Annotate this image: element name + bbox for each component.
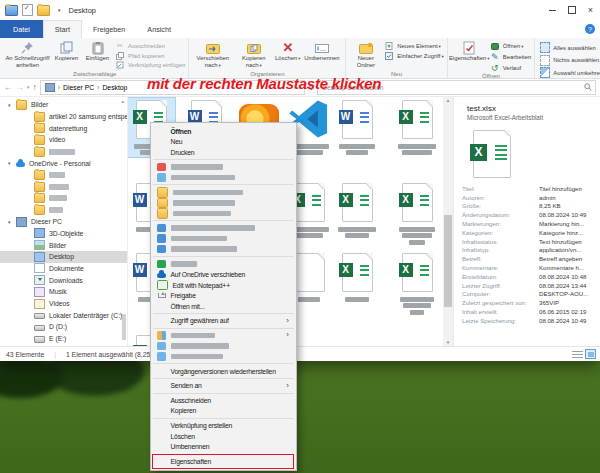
- sidebar-item-artikel-20-samsung-entsperrmus[interactable]: artikel 20 samsung entsperrmus: [0, 111, 127, 123]
- edit-button[interactable]: ✎ Bearbeiten: [490, 52, 532, 62]
- list-view-icon[interactable]: [572, 350, 583, 360]
- context-menu-item-redacted[interactable]: [151, 162, 296, 173]
- sidebar-item-dokumente[interactable]: Dokumente: [0, 263, 127, 275]
- context-menu-item-redacted[interactable]: [151, 223, 296, 234]
- scroll-down-icon[interactable]: ▼: [443, 340, 453, 345]
- context-menu-item-vorgängerversionen-wiederherstellen[interactable]: Vorgängerversionen wiederherstellen: [151, 366, 296, 377]
- rename-button[interactable]: Umbenennen: [301, 39, 342, 62]
- sidebar-item-musik[interactable]: Musik: [0, 286, 127, 298]
- context-menu-item-drucken[interactable]: Drucken: [151, 147, 296, 158]
- select-none-button[interactable]: Nichts auswählen: [540, 55, 600, 66]
- file-excel[interactable]: X: [333, 251, 381, 303]
- new-item-button[interactable]: Neues Element▾: [384, 42, 443, 50]
- context-menu-item-senden-an[interactable]: Senden an›: [151, 380, 296, 391]
- tab-file[interactable]: Datei: [0, 20, 43, 38]
- context-menu-item-redacted[interactable]: [151, 208, 296, 219]
- file-excel[interactable]: X: [393, 181, 441, 246]
- context-menu-item-verknüpfung-erstellen[interactable]: Verknüpfung erstellen: [151, 420, 296, 431]
- copy-to-button[interactable]: Kopieren nach▾: [233, 39, 274, 68]
- context-menu-item-auf-onedrive-verschieben[interactable]: Auf OneDrive verschieben: [151, 269, 296, 280]
- context-menu-item-neu[interactable]: Neu: [151, 137, 296, 148]
- context-menu-item-kopieren[interactable]: Kopieren: [151, 406, 296, 417]
- context-menu-item-eigenschaften[interactable]: Eigenschaften: [151, 456, 296, 467]
- context-menu-item-ausschneiden[interactable]: Ausschneiden: [151, 395, 296, 406]
- recent-locations-icon[interactable]: ▾: [27, 85, 30, 90]
- context-menu-item-freigabe[interactable]: Freigabe: [151, 290, 296, 301]
- context-menu-item-redacted[interactable]: [151, 172, 296, 183]
- move-to-button[interactable]: Verschieben nach▾: [192, 39, 233, 68]
- context-menu-item-redacted[interactable]: [151, 351, 296, 362]
- file-excel[interactable]: X: [393, 98, 441, 157]
- breadcrumb-current[interactable]: Desktop: [102, 84, 127, 91]
- context-menu-item-redacted[interactable]: [151, 233, 296, 244]
- context-menu-item-umbenennen[interactable]: Umbenennen: [151, 441, 296, 452]
- pin-to-quick-access-button[interactable]: An Schnellzugriff anheften: [4, 39, 51, 68]
- context-menu-item-redacted[interactable]: [151, 341, 296, 352]
- context-menu-item-redacted[interactable]: ›: [151, 330, 296, 341]
- close-button[interactable]: ×: [581, 0, 600, 20]
- context-menu-item-öffnen[interactable]: Öffnen: [151, 126, 296, 137]
- tab-share[interactable]: Freigeben: [82, 20, 136, 38]
- sidebar-scrollbar-thumb[interactable]: [122, 314, 126, 340]
- sidebar-item-datenrettung[interactable]: datenrettung: [0, 122, 127, 134]
- minimize-button[interactable]: [543, 0, 562, 20]
- new-folder-qat-icon[interactable]: [37, 5, 50, 16]
- context-menu-item-löschen[interactable]: Löschen: [151, 431, 296, 442]
- up-button[interactable]: ↑: [33, 83, 37, 92]
- qat-dropdown-icon[interactable]: ▾: [58, 7, 61, 13]
- context-menu-item-redacted[interactable]: [151, 187, 296, 198]
- forward-button[interactable]: →: [16, 83, 25, 92]
- paste-button[interactable]: Einfügen: [82, 39, 113, 62]
- help-icon[interactable]: ?: [585, 24, 595, 34]
- sidebar-item-bilder[interactable]: Bilder: [0, 239, 127, 251]
- file-word[interactable]: W: [333, 98, 381, 157]
- scrollbar-thumb[interactable]: [444, 215, 452, 307]
- history-button[interactable]: ↺ Verlauf: [490, 63, 532, 73]
- context-menu-item-redacted[interactable]: [151, 259, 296, 270]
- properties-button[interactable]: Eigenschaften▾: [451, 39, 488, 62]
- sidebar-item-dieser-pc[interactable]: ▾Dieser PC: [0, 216, 127, 228]
- file-excel[interactable]: X: [333, 181, 381, 240]
- paste-shortcut-button[interactable]: Verknüpfung einfügen: [115, 61, 185, 69]
- sidebar-item-onedrive-personal[interactable]: ▾OneDrive - Personal: [0, 157, 127, 169]
- sidebar-item-redacted[interactable]: [0, 181, 127, 193]
- context-menu-item-redacted[interactable]: [151, 198, 296, 209]
- context-menu-item-redacted[interactable]: [151, 244, 296, 255]
- select-all-button[interactable]: Alles auswählen: [540, 42, 600, 53]
- sidebar-item-lokaler-datenträger-c[interactable]: Lokaler Datenträger (C:): [0, 309, 127, 321]
- tab-start[interactable]: Start: [43, 20, 82, 38]
- scroll-up-icon[interactable]: ▲: [443, 98, 453, 103]
- context-menu-item-edit-with-notepad++[interactable]: Edit with Notepad++: [151, 280, 296, 291]
- maximize-button[interactable]: [562, 0, 581, 20]
- sidebar-item-downloads[interactable]: Downloads: [0, 274, 127, 286]
- sidebar-item-redacted[interactable]: [0, 204, 127, 216]
- properties-qat-icon[interactable]: [22, 4, 33, 16]
- new-folder-button[interactable]: Neuer Ordner: [349, 39, 382, 68]
- sidebar-item-bilder[interactable]: ▾Bilder: [0, 99, 127, 111]
- thumbnail-view-icon[interactable]: [585, 349, 596, 359]
- context-menu-item-zugriff-gewähren-auf[interactable]: Zugriff gewähren auf›: [151, 316, 296, 327]
- copy-path-button[interactable]: Pfad kopieren: [115, 52, 185, 60]
- copy-button[interactable]: Kopieren: [51, 39, 82, 62]
- open-button[interactable]: Öffnen▾: [490, 42, 532, 50]
- breadcrumb-root[interactable]: Dieser PC: [63, 84, 94, 91]
- context-menu-item-öffnen-mit[interactable]: Öffnen mit...: [151, 301, 296, 312]
- sidebar-item-video[interactable]: video: [0, 134, 127, 146]
- back-button[interactable]: ←: [4, 83, 13, 92]
- sidebar-item-d-d[interactable]: D (D:): [0, 321, 127, 333]
- delete-button[interactable]: ✕ Löschen▾: [274, 39, 301, 62]
- sidebar-item-e-e[interactable]: E (E:): [0, 333, 127, 345]
- easy-access-button[interactable]: Einfacher Zugriff▾: [384, 52, 443, 60]
- sidebar-item-3d-objekte[interactable]: 3D-Objekte: [0, 228, 127, 240]
- sidebar-item-desktop[interactable]: Desktop: [0, 251, 127, 263]
- main-scrollbar[interactable]: ▲ ▼: [443, 97, 453, 346]
- sidebar-scroll-up-icon[interactable]: ▲: [121, 99, 125, 104]
- tab-view[interactable]: Ansicht: [136, 20, 182, 38]
- sidebar-item-videos[interactable]: Videos: [0, 298, 127, 310]
- sidebar-item-redacted[interactable]: [0, 193, 127, 205]
- invert-selection-button[interactable]: Auswahl umkehren: [540, 67, 600, 78]
- sidebar-item-redacted[interactable]: [0, 169, 127, 181]
- cut-button[interactable]: ✂ Ausschneiden: [115, 42, 185, 50]
- file-excel[interactable]: X: [393, 251, 441, 316]
- sidebar-item-redacted[interactable]: [0, 146, 127, 158]
